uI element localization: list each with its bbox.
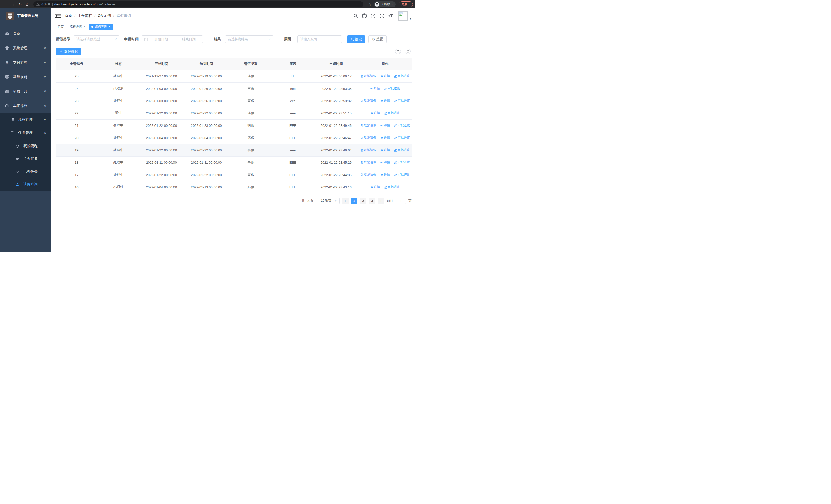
leave-type-select[interactable]: 请选择请假类型 ᐯ xyxy=(74,35,119,43)
refresh-table-button[interactable] xyxy=(405,49,411,54)
detail-link[interactable]: 详情 xyxy=(370,185,380,189)
table-row[interactable]: 25 处理中 2021-12-27 00:00:00 2022-01-19 00… xyxy=(56,70,412,82)
page-button-3[interactable]: 3 xyxy=(369,198,375,204)
table-row[interactable]: 24 已取消 2022-01-03 00:00:00 2022-01-26 00… xyxy=(56,82,412,95)
cell-start-time: 2022-01-22 00:00:00 xyxy=(140,119,183,131)
close-icon[interactable]: ✕ xyxy=(83,25,85,28)
table-row[interactable]: 16 不通过 2022-01-04 00:00:00 2022-01-13 00… xyxy=(56,181,412,193)
detail-link[interactable]: 详情 xyxy=(380,74,390,78)
close-icon[interactable]: ✕ xyxy=(108,25,111,28)
help-icon[interactable] xyxy=(371,13,376,19)
sidebar-item-infrastructure[interactable]: 基础设施 ᐯ xyxy=(0,70,51,84)
show-search-toggle-button[interactable] xyxy=(395,49,401,54)
detail-link[interactable]: 详情 xyxy=(380,98,390,103)
sidebar-item-leave-query[interactable]: 请假查询 xyxy=(0,178,51,191)
incognito-icon xyxy=(375,2,379,7)
page-size-select[interactable]: 10条/页 ᐯ xyxy=(316,198,340,204)
breadcrumb-workflow[interactable]: 工作流程 xyxy=(78,13,92,18)
apply-time-range-picker[interactable]: 开始日期 - 结束日期 xyxy=(142,35,203,43)
approval-progress-link[interactable]: 审批进度 xyxy=(394,160,410,165)
cell-actions: 取消请假 详情 审批进度 xyxy=(359,144,412,156)
user-avatar-menu[interactable]: ▼ xyxy=(398,11,412,21)
page-button-1[interactable]: 1 xyxy=(351,198,357,204)
approval-progress-link[interactable]: 审批进度 xyxy=(384,111,400,115)
browser-forward-button[interactable]: → xyxy=(10,1,16,7)
prev-page-button[interactable]: ‹ xyxy=(342,198,348,204)
cancel-leave-link[interactable]: 取消请假 xyxy=(360,74,376,78)
approval-progress-link[interactable]: 审批进度 xyxy=(384,185,400,189)
create-leave-button[interactable]: ＋ 发起请假 xyxy=(56,48,81,55)
tab-home[interactable]: 首页 xyxy=(55,24,66,30)
address-bar[interactable]: 不安全 dashboard.yudao.iocoder.cn/bpm/oa/le… xyxy=(33,1,364,7)
table-row[interactable]: 17 处理中 2022-01-22 00:00:00 2022-01-22 00… xyxy=(56,169,412,181)
eye-icon xyxy=(370,112,373,115)
sidebar-item-workflow[interactable]: 工作流程 ᐱ xyxy=(0,98,51,113)
cancel-leave-link[interactable]: 取消请假 xyxy=(360,160,376,165)
cancel-leave-link[interactable]: 取消请假 xyxy=(360,136,376,140)
table-row[interactable]: 19 处理中 2022-01-22 00:00:00 2022-01-22 00… xyxy=(56,144,412,156)
detail-link[interactable]: 详情 xyxy=(380,160,390,165)
cancel-leave-link[interactable]: 取消请假 xyxy=(360,173,376,177)
approval-progress-link[interactable]: 审批进度 xyxy=(394,74,410,78)
cancel-leave-link[interactable]: 取消请假 xyxy=(360,98,376,103)
sidebar-item-payment[interactable]: ¥ 支付管理 ᐯ xyxy=(0,55,51,70)
sidebar-collapse-icon[interactable] xyxy=(55,13,61,19)
fullscreen-icon[interactable] xyxy=(379,13,384,19)
header-search-icon[interactable] xyxy=(353,13,358,19)
goto-page-input[interactable] xyxy=(396,198,406,204)
page-button-2[interactable]: 2 xyxy=(360,198,367,204)
cell-reason: eee xyxy=(272,95,314,107)
security-label[interactable]: 不安全 xyxy=(41,2,51,6)
approval-progress-link[interactable]: 审批进度 xyxy=(394,173,410,177)
tab-leave-query[interactable]: 请假查询✕ xyxy=(89,24,113,30)
sidebar-item-todo-tasks[interactable]: 待办任务 xyxy=(0,152,51,165)
browser-reload-button[interactable]: ↻ xyxy=(17,1,23,7)
browser-update-button[interactable]: 更新 xyxy=(399,1,413,7)
cell-reason: EE xyxy=(272,70,314,82)
detail-link[interactable]: 详情 xyxy=(380,123,390,127)
approval-progress-link[interactable]: 审批进度 xyxy=(384,86,400,91)
tab-process-detail[interactable]: 流程详情✕ xyxy=(67,24,88,30)
detail-link[interactable]: 详情 xyxy=(380,148,390,152)
cell-status: 通过 xyxy=(97,107,140,119)
font-size-icon[interactable] xyxy=(388,13,393,19)
bookmark-star-icon[interactable]: ☆ xyxy=(368,2,371,7)
table-row[interactable]: 23 处理中 2022-01-03 00:00:00 2022-01-26 00… xyxy=(56,95,412,107)
table-row[interactable]: 18 处理中 2022-01-11 00:00:00 2022-01-11 00… xyxy=(56,156,412,169)
browser-back-button[interactable]: ← xyxy=(3,1,9,7)
sidebar-item-home[interactable]: 首页 xyxy=(0,27,51,41)
app-logo-row[interactable]: 芋道管理系统 xyxy=(0,8,51,23)
approval-progress-link[interactable]: 审批进度 xyxy=(394,148,410,152)
search-button[interactable]: 搜索 xyxy=(347,35,365,43)
sidebar-item-my-process[interactable]: 我的流程 xyxy=(0,140,51,152)
reset-button[interactable]: ↻ 重置 xyxy=(368,35,387,43)
cancel-leave-link[interactable]: 取消请假 xyxy=(360,148,376,152)
cancel-leave-link[interactable]: 取消请假 xyxy=(360,123,376,127)
browser-menu-icon[interactable] xyxy=(409,3,410,6)
detail-link[interactable]: 详情 xyxy=(370,111,380,115)
sidebar-item-task-management[interactable]: 任务管理 ᐱ xyxy=(0,126,51,140)
sidebar-item-done-tasks[interactable]: 已办任务 xyxy=(0,165,51,178)
approval-progress-link[interactable]: 审批进度 xyxy=(394,136,410,140)
github-icon[interactable] xyxy=(362,13,367,19)
result-select[interactable]: 请选择流结果 ᐯ xyxy=(225,35,273,43)
cell-apply-time: 2022-01-22 23:46:04 xyxy=(313,144,359,156)
approval-progress-link[interactable]: 审批进度 xyxy=(394,123,410,127)
next-page-button[interactable]: › xyxy=(378,198,384,204)
browser-home-button[interactable]: ⌂ xyxy=(24,1,30,7)
sidebar-item-devtools[interactable]: 研发工具 ᐯ xyxy=(0,84,51,98)
detail-link[interactable]: 详情 xyxy=(380,136,390,140)
detail-link[interactable]: 详情 xyxy=(370,86,380,91)
sidebar-item-process-management[interactable]: 流程管理 ᐯ xyxy=(0,113,51,126)
cell-apply-id: 23 xyxy=(56,95,97,107)
cell-apply-time: 2022-01-22 23:53:35 xyxy=(313,82,359,95)
table-row[interactable]: 21 处理中 2022-01-22 00:00:00 2022-01-23 00… xyxy=(56,119,412,131)
table-row[interactable]: 22 通过 2022-01-22 00:00:00 2022-01-22 00:… xyxy=(56,107,412,119)
approval-progress-link[interactable]: 审批进度 xyxy=(394,98,410,103)
breadcrumb-oa-example[interactable]: OA 示例 xyxy=(98,13,111,18)
sidebar-item-system[interactable]: 系统管理 ᐯ xyxy=(0,41,51,55)
reason-input[interactable]: 请输入原因 xyxy=(297,35,342,43)
detail-link[interactable]: 详情 xyxy=(380,173,390,177)
breadcrumb-home[interactable]: 首页 xyxy=(65,13,72,18)
table-row[interactable]: 20 处理中 2022-01-04 00:00:00 2022-01-04 00… xyxy=(56,131,412,144)
